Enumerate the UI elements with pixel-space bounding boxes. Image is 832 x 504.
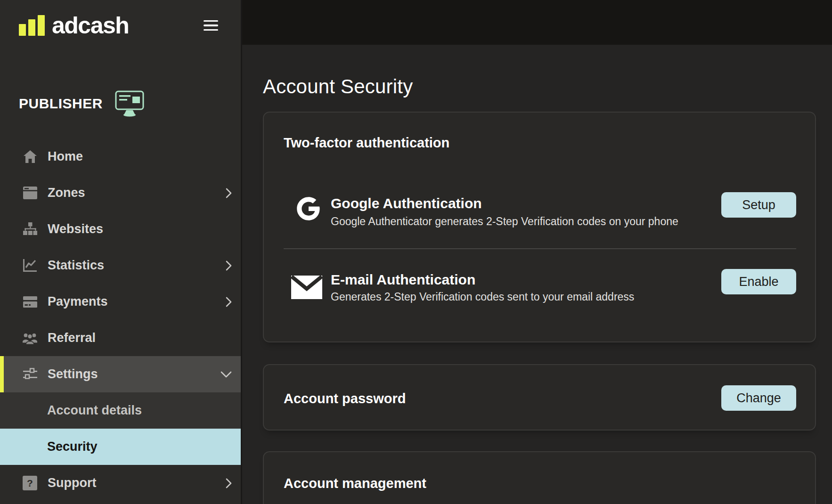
chevron-right-icon xyxy=(226,478,232,488)
sidebar-nav: Home Zones xyxy=(0,138,241,501)
portal-badge: PUBLISHER xyxy=(19,90,144,117)
sidebar-subitem-label: Security xyxy=(47,439,98,454)
setup-button[interactable]: Setup xyxy=(721,192,796,218)
two-factor-card: Two-factor authentication Google Authent… xyxy=(263,112,816,342)
email-auth-title: E-mail Authentication xyxy=(331,272,475,288)
account-password-title: Account password xyxy=(284,391,406,406)
sidebar-header: adcash xyxy=(19,14,218,37)
sidebar-item-home[interactable]: Home xyxy=(0,138,241,175)
settings-icon xyxy=(23,367,37,382)
sidebar-item-label: Websites xyxy=(48,222,103,236)
adcash-logo-text: adcash xyxy=(52,15,129,36)
chevron-right-icon xyxy=(226,297,232,307)
sidebar-item-label: Zones xyxy=(48,186,85,200)
portal-label: PUBLISHER xyxy=(19,96,103,112)
chevron-down-icon xyxy=(220,371,232,378)
google-icon xyxy=(295,195,322,222)
google-auth-title: Google Authentication xyxy=(331,195,482,211)
card-divider xyxy=(284,248,796,249)
sidebar-subitem-security[interactable]: Security xyxy=(0,429,241,465)
adcash-bars-icon xyxy=(19,15,45,36)
sidebar-item-label: Referral xyxy=(48,331,96,345)
zones-icon xyxy=(23,186,37,200)
sidebar-item-label: Home xyxy=(48,149,83,164)
email-auth-description: Generates 2-Step Verification codes sent… xyxy=(331,291,634,303)
top-band xyxy=(242,0,832,45)
main-content: Account Security Two-factor authenticati… xyxy=(242,0,832,504)
sidebar-item-statistics[interactable]: Statistics xyxy=(0,247,241,284)
home-icon xyxy=(23,149,37,164)
sidebar: adcash PUBLISHER Home xyxy=(0,0,242,504)
sidebar-subitem-account-details[interactable]: Account details xyxy=(0,392,241,429)
question-icon: ? xyxy=(23,476,37,490)
sidebar-item-label: Support xyxy=(48,476,96,490)
sidebar-item-label: Settings xyxy=(48,367,98,382)
change-button[interactable]: Change xyxy=(721,385,796,411)
google-auth-description: Google Authenticator generates 2-Step Ve… xyxy=(331,215,678,228)
account-password-card: Account password Change xyxy=(263,364,816,431)
sidebar-item-label: Payments xyxy=(48,294,108,309)
sidebar-item-payments[interactable]: Payments xyxy=(0,284,241,320)
statistics-icon xyxy=(23,258,37,273)
two-factor-title: Two-factor authentication xyxy=(284,135,449,151)
chevron-right-icon xyxy=(226,188,232,198)
sidebar-item-websites[interactable]: Websites xyxy=(0,211,241,247)
account-management-title: Account management xyxy=(284,476,426,491)
sidebar-subitem-label: Account details xyxy=(47,403,142,418)
websites-icon xyxy=(23,222,37,236)
enable-button[interactable]: Enable xyxy=(721,269,796,294)
sidebar-item-label: Statistics xyxy=(48,258,104,273)
sidebar-item-referral[interactable]: Referral xyxy=(0,320,241,356)
adcash-logo[interactable]: adcash xyxy=(19,15,129,36)
sidebar-item-support[interactable]: ? Support xyxy=(0,465,241,501)
envelope-icon xyxy=(291,276,322,299)
page-title: Account Security xyxy=(263,75,413,98)
chevron-right-icon xyxy=(226,260,232,271)
payments-icon xyxy=(23,294,37,309)
referral-icon xyxy=(23,331,37,345)
account-management-card: Account management xyxy=(263,451,816,504)
sidebar-item-zones[interactable]: Zones xyxy=(0,175,241,211)
sidebar-item-settings[interactable]: Settings xyxy=(0,356,241,392)
menu-toggle-button[interactable] xyxy=(204,17,218,34)
monitor-icon xyxy=(115,90,144,117)
